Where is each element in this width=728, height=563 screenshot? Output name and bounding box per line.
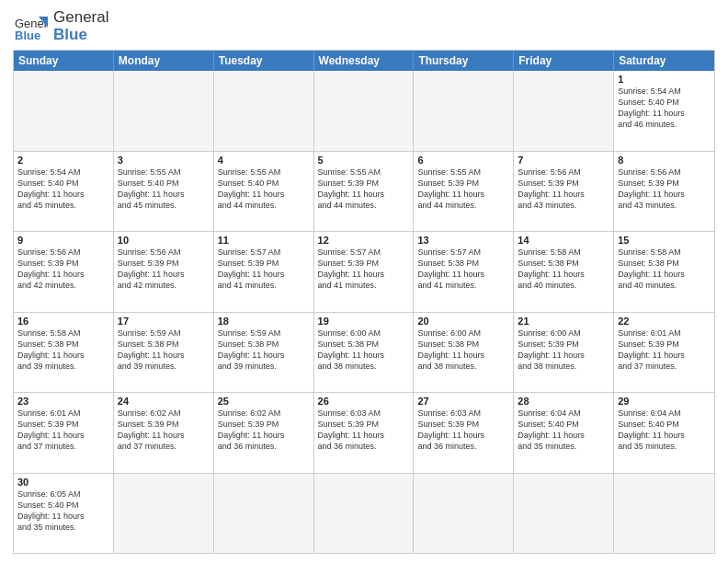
cell-info: Sunrise: 6:01 AM Sunset: 5:39 PM Dayligh…	[17, 408, 109, 453]
calendar-cell: 7Sunrise: 5:56 AM Sunset: 5:39 PM Daylig…	[514, 152, 614, 232]
cell-info: Sunrise: 5:55 AM Sunset: 5:39 PM Dayligh…	[318, 167, 410, 212]
calendar-cell	[314, 474, 415, 554]
day-number: 4	[218, 155, 310, 166]
calendar-cell: 16Sunrise: 5:58 AM Sunset: 5:38 PM Dayli…	[14, 313, 114, 393]
calendar-cell: 4Sunrise: 5:55 AM Sunset: 5:40 PM Daylig…	[214, 152, 314, 232]
day-number: 10	[118, 235, 210, 246]
calendar-cell: 6Sunrise: 5:55 AM Sunset: 5:39 PM Daylig…	[414, 152, 514, 232]
weekday-header-thursday: Thursday	[414, 51, 514, 71]
weekday-header-monday: Monday	[114, 51, 214, 71]
calendar-cell	[114, 474, 214, 554]
day-number: 28	[518, 396, 609, 407]
calendar-cell: 29Sunrise: 6:04 AM Sunset: 5:40 PM Dayli…	[614, 393, 714, 473]
weekday-header-tuesday: Tuesday	[214, 51, 314, 71]
cell-info: Sunrise: 5:59 AM Sunset: 5:38 PM Dayligh…	[118, 327, 210, 373]
cell-info: Sunrise: 5:55 AM Sunset: 5:40 PM Dayligh…	[118, 167, 210, 212]
cell-info: Sunrise: 5:56 AM Sunset: 5:39 PM Dayligh…	[118, 247, 210, 292]
day-number: 26	[318, 396, 410, 407]
day-number: 24	[118, 396, 210, 407]
calendar-cell	[214, 474, 314, 554]
generalblue-logo-icon: General Blue	[13, 9, 48, 44]
cell-info: Sunrise: 5:58 AM Sunset: 5:38 PM Dayligh…	[518, 247, 609, 292]
cell-info: Sunrise: 6:05 AM Sunset: 5:40 PM Dayligh…	[17, 488, 109, 534]
cell-info: Sunrise: 5:56 AM Sunset: 5:39 PM Dayligh…	[17, 247, 109, 292]
day-number: 23	[17, 396, 109, 407]
day-number: 1	[618, 74, 711, 85]
cell-info: Sunrise: 5:54 AM Sunset: 5:40 PM Dayligh…	[618, 86, 711, 131]
cell-info: Sunrise: 5:56 AM Sunset: 5:39 PM Dayligh…	[618, 167, 711, 212]
cell-info: Sunrise: 5:54 AM Sunset: 5:40 PM Dayligh…	[17, 167, 109, 212]
weekday-header-wednesday: Wednesday	[314, 51, 415, 71]
day-number: 14	[518, 235, 609, 246]
calendar-cell: 11Sunrise: 5:57 AM Sunset: 5:39 PM Dayli…	[214, 232, 314, 312]
calendar-cell: 14Sunrise: 5:58 AM Sunset: 5:38 PM Dayli…	[514, 232, 614, 312]
page: General Blue General Blue SundayMondayTu…	[0, 0, 728, 563]
calendar-header: SundayMondayTuesdayWednesdayThursdayFrid…	[14, 51, 714, 71]
calendar-cell	[514, 474, 614, 554]
calendar-cell: 2Sunrise: 5:54 AM Sunset: 5:40 PM Daylig…	[14, 152, 114, 232]
weekday-header-friday: Friday	[514, 51, 614, 71]
day-number: 9	[17, 235, 109, 246]
day-number: 13	[417, 235, 509, 246]
calendar-cell: 19Sunrise: 6:00 AM Sunset: 5:38 PM Dayli…	[314, 313, 415, 393]
cell-info: Sunrise: 5:57 AM Sunset: 5:39 PM Dayligh…	[318, 247, 410, 292]
day-number: 29	[618, 396, 711, 407]
cell-info: Sunrise: 6:00 AM Sunset: 5:39 PM Dayligh…	[518, 327, 609, 373]
calendar-cell: 17Sunrise: 5:59 AM Sunset: 5:38 PM Dayli…	[114, 313, 214, 393]
calendar-cell: 9Sunrise: 5:56 AM Sunset: 5:39 PM Daylig…	[14, 232, 114, 312]
calendar-cell: 28Sunrise: 6:04 AM Sunset: 5:40 PM Dayli…	[514, 393, 614, 473]
calendar-row-1: 2Sunrise: 5:54 AM Sunset: 5:40 PM Daylig…	[14, 152, 714, 233]
logo-blue-text: Blue	[53, 27, 108, 44]
calendar-cell: 23Sunrise: 6:01 AM Sunset: 5:39 PM Dayli…	[14, 393, 114, 473]
day-number: 21	[518, 316, 609, 327]
calendar-cell: 8Sunrise: 5:56 AM Sunset: 5:39 PM Daylig…	[614, 152, 714, 232]
weekday-header-sunday: Sunday	[14, 51, 114, 71]
calendar-body: 1Sunrise: 5:54 AM Sunset: 5:40 PM Daylig…	[14, 71, 714, 553]
day-number: 20	[417, 316, 509, 327]
day-number: 25	[218, 396, 310, 407]
calendar-cell: 24Sunrise: 6:02 AM Sunset: 5:39 PM Dayli…	[114, 393, 214, 473]
cell-info: Sunrise: 5:57 AM Sunset: 5:39 PM Dayligh…	[218, 247, 310, 292]
day-number: 15	[618, 235, 711, 246]
day-number: 22	[618, 316, 711, 327]
cell-info: Sunrise: 6:00 AM Sunset: 5:38 PM Dayligh…	[417, 327, 509, 373]
calendar-cell: 26Sunrise: 6:03 AM Sunset: 5:39 PM Dayli…	[314, 393, 415, 473]
logo: General Blue General Blue	[13, 9, 108, 44]
calendar-cell	[414, 474, 514, 554]
calendar-cell: 10Sunrise: 5:56 AM Sunset: 5:39 PM Dayli…	[114, 232, 214, 312]
calendar: SundayMondayTuesdayWednesdayThursdayFrid…	[13, 50, 715, 554]
calendar-cell: 12Sunrise: 5:57 AM Sunset: 5:39 PM Dayli…	[314, 232, 415, 312]
calendar-cell: 25Sunrise: 6:02 AM Sunset: 5:39 PM Dayli…	[214, 393, 314, 473]
calendar-cell	[214, 71, 314, 151]
cell-info: Sunrise: 5:59 AM Sunset: 5:38 PM Dayligh…	[218, 327, 310, 373]
cell-info: Sunrise: 6:04 AM Sunset: 5:40 PM Dayligh…	[518, 408, 609, 453]
day-number: 7	[518, 155, 609, 166]
day-number: 8	[618, 155, 711, 166]
cell-info: Sunrise: 5:55 AM Sunset: 5:40 PM Dayligh…	[218, 167, 310, 212]
calendar-cell	[414, 71, 514, 151]
day-number: 18	[218, 316, 310, 327]
calendar-cell: 21Sunrise: 6:00 AM Sunset: 5:39 PM Dayli…	[514, 313, 614, 393]
calendar-cell: 30Sunrise: 6:05 AM Sunset: 5:40 PM Dayli…	[14, 474, 114, 554]
header: General Blue General Blue	[13, 9, 715, 44]
calendar-row-4: 23Sunrise: 6:01 AM Sunset: 5:39 PM Dayli…	[14, 393, 714, 474]
calendar-row-5: 30Sunrise: 6:05 AM Sunset: 5:40 PM Dayli…	[14, 474, 714, 554]
day-number: 3	[118, 155, 210, 166]
calendar-row-3: 16Sunrise: 5:58 AM Sunset: 5:38 PM Dayli…	[14, 313, 714, 394]
cell-info: Sunrise: 6:00 AM Sunset: 5:38 PM Dayligh…	[318, 327, 410, 373]
calendar-cell: 3Sunrise: 5:55 AM Sunset: 5:40 PM Daylig…	[114, 152, 214, 232]
cell-info: Sunrise: 5:58 AM Sunset: 5:38 PM Dayligh…	[17, 327, 109, 373]
day-number: 12	[318, 235, 410, 246]
calendar-cell: 13Sunrise: 5:57 AM Sunset: 5:38 PM Dayli…	[414, 232, 514, 312]
logo-general-text: General	[53, 9, 108, 27]
day-number: 16	[17, 316, 109, 327]
day-number: 5	[318, 155, 410, 166]
calendar-cell	[514, 71, 614, 151]
day-number: 30	[17, 477, 109, 488]
calendar-row-2: 9Sunrise: 5:56 AM Sunset: 5:39 PM Daylig…	[14, 232, 714, 313]
calendar-cell: 27Sunrise: 6:03 AM Sunset: 5:39 PM Dayli…	[414, 393, 514, 473]
day-number: 2	[17, 155, 109, 166]
cell-info: Sunrise: 5:57 AM Sunset: 5:38 PM Dayligh…	[417, 247, 509, 292]
weekday-header-saturday: Saturday	[614, 51, 714, 71]
calendar-cell: 22Sunrise: 6:01 AM Sunset: 5:39 PM Dayli…	[614, 313, 714, 393]
